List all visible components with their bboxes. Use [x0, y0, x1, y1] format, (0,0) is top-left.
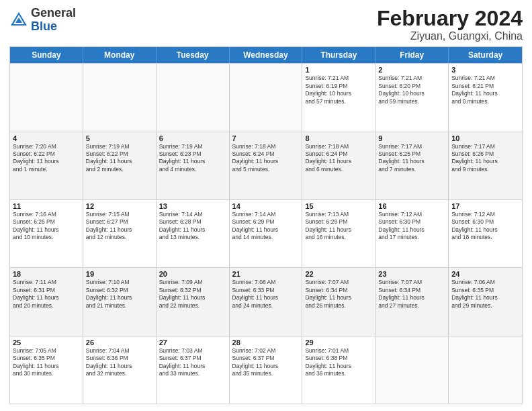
- day-number: 26: [86, 338, 153, 347]
- cal-cell-4-1: 26Sunrise: 7:04 AM Sunset: 6:36 PM Dayli…: [83, 336, 157, 404]
- day-number: 28: [232, 338, 300, 347]
- page: General Blue February 2024 Ziyuan, Guang…: [0, 0, 532, 411]
- cal-cell-4-6: [449, 336, 522, 404]
- cal-cell-4-0: 25Sunrise: 7:05 AM Sunset: 6:35 PM Dayli…: [10, 336, 83, 404]
- month-year: February 2024: [377, 7, 523, 30]
- cell-info-text: Sunrise: 7:18 AM Sunset: 6:24 PM Dayligh…: [305, 143, 372, 174]
- cell-info-text: Sunrise: 7:21 AM Sunset: 6:21 PM Dayligh…: [451, 75, 519, 105]
- logo: General Blue: [9, 7, 76, 34]
- cell-info-text: Sunrise: 7:07 AM Sunset: 6:34 PM Dayligh…: [378, 279, 445, 310]
- cell-info-text: Sunrise: 7:07 AM Sunset: 6:34 PM Dayligh…: [305, 279, 372, 310]
- day-number: 23: [378, 270, 445, 278]
- cal-cell-3-4: 22Sunrise: 7:07 AM Sunset: 6:34 PM Dayli…: [302, 268, 375, 335]
- calendar-row-2: 11Sunrise: 7:16 AM Sunset: 6:26 PM Dayli…: [10, 199, 522, 267]
- day-number: 12: [86, 202, 153, 210]
- cell-info-text: Sunrise: 7:12 AM Sunset: 6:30 PM Dayligh…: [451, 211, 519, 242]
- cal-cell-2-1: 12Sunrise: 7:15 AM Sunset: 6:27 PM Dayli…: [83, 200, 157, 267]
- cal-cell-4-3: 28Sunrise: 7:02 AM Sunset: 6:37 PM Dayli…: [230, 336, 303, 404]
- cal-cell-2-6: 17Sunrise: 7:12 AM Sunset: 6:30 PM Dayli…: [449, 200, 522, 267]
- calendar-row-3: 18Sunrise: 7:11 AM Sunset: 6:31 PM Dayli…: [10, 267, 522, 335]
- cal-cell-1-6: 10Sunrise: 7:17 AM Sunset: 6:26 PM Dayli…: [449, 132, 522, 199]
- day-number: 21: [232, 270, 300, 278]
- cal-cell-0-5: 2Sunrise: 7:21 AM Sunset: 6:20 PM Daylig…: [375, 64, 449, 131]
- day-number: 11: [13, 202, 80, 210]
- cal-cell-3-3: 21Sunrise: 7:08 AM Sunset: 6:33 PM Dayli…: [230, 268, 303, 335]
- cell-info-text: Sunrise: 7:18 AM Sunset: 6:24 PM Dayligh…: [232, 143, 300, 174]
- cal-cell-0-6: 3Sunrise: 7:21 AM Sunset: 6:21 PM Daylig…: [449, 64, 522, 131]
- calendar-header: SundayMondayTuesdayWednesdayThursdayFrid…: [10, 47, 522, 63]
- cal-cell-3-1: 19Sunrise: 7:10 AM Sunset: 6:32 PM Dayli…: [83, 268, 157, 335]
- cal-cell-2-0: 11Sunrise: 7:16 AM Sunset: 6:26 PM Dayli…: [10, 200, 83, 267]
- cal-cell-1-1: 5Sunrise: 7:19 AM Sunset: 6:22 PM Daylig…: [83, 132, 157, 199]
- cal-cell-4-5: [375, 336, 449, 404]
- cal-cell-2-4: 15Sunrise: 7:13 AM Sunset: 6:29 PM Dayli…: [302, 200, 375, 267]
- day-of-week-friday: Friday: [375, 47, 449, 63]
- cal-cell-0-4: 1Sunrise: 7:21 AM Sunset: 6:19 PM Daylig…: [302, 64, 375, 131]
- day-number: 7: [232, 134, 300, 142]
- calendar-row-0: 1Sunrise: 7:21 AM Sunset: 6:19 PM Daylig…: [10, 63, 522, 131]
- cell-info-text: Sunrise: 7:20 AM Sunset: 6:22 PM Dayligh…: [13, 143, 80, 174]
- day-number: 4: [13, 134, 80, 142]
- location: Ziyuan, Guangxi, China: [377, 30, 523, 42]
- cell-info-text: Sunrise: 7:17 AM Sunset: 6:26 PM Dayligh…: [451, 143, 519, 174]
- logo-blue-text: Blue: [31, 19, 57, 33]
- cell-info-text: Sunrise: 7:04 AM Sunset: 6:36 PM Dayligh…: [86, 347, 153, 378]
- day-number: 24: [451, 270, 519, 278]
- cal-cell-0-3: [230, 64, 303, 131]
- day-number: 6: [159, 134, 226, 142]
- day-number: 22: [305, 270, 372, 278]
- cell-info-text: Sunrise: 7:02 AM Sunset: 6:37 PM Dayligh…: [232, 347, 300, 378]
- cal-cell-0-0: [10, 64, 83, 131]
- day-of-week-thursday: Thursday: [302, 47, 375, 63]
- calendar: SundayMondayTuesdayWednesdayThursdayFrid…: [9, 46, 523, 404]
- cal-cell-3-5: 23Sunrise: 7:07 AM Sunset: 6:34 PM Dayli…: [375, 268, 449, 335]
- cell-info-text: Sunrise: 7:21 AM Sunset: 6:19 PM Dayligh…: [305, 75, 372, 105]
- cal-cell-2-2: 13Sunrise: 7:14 AM Sunset: 6:28 PM Dayli…: [157, 200, 230, 267]
- cell-info-text: Sunrise: 7:08 AM Sunset: 6:33 PM Dayligh…: [232, 279, 300, 310]
- cell-info-text: Sunrise: 7:06 AM Sunset: 6:35 PM Dayligh…: [451, 279, 519, 310]
- day-number: 10: [451, 134, 519, 142]
- title-block: February 2024 Ziyuan, Guangxi, China: [377, 7, 523, 42]
- cal-cell-1-0: 4Sunrise: 7:20 AM Sunset: 6:22 PM Daylig…: [10, 132, 83, 199]
- cell-info-text: Sunrise: 7:15 AM Sunset: 6:27 PM Dayligh…: [86, 211, 153, 242]
- day-of-week-sunday: Sunday: [10, 47, 83, 63]
- cal-cell-1-3: 7Sunrise: 7:18 AM Sunset: 6:24 PM Daylig…: [230, 132, 303, 199]
- cal-cell-3-2: 20Sunrise: 7:09 AM Sunset: 6:32 PM Dayli…: [157, 268, 230, 335]
- cell-info-text: Sunrise: 7:17 AM Sunset: 6:25 PM Dayligh…: [378, 143, 445, 174]
- day-of-week-wednesday: Wednesday: [230, 47, 303, 63]
- cal-cell-4-4: 29Sunrise: 7:01 AM Sunset: 6:38 PM Dayli…: [302, 336, 375, 404]
- calendar-row-1: 4Sunrise: 7:20 AM Sunset: 6:22 PM Daylig…: [10, 132, 522, 199]
- cell-info-text: Sunrise: 7:14 AM Sunset: 6:29 PM Dayligh…: [232, 211, 300, 242]
- calendar-body: 1Sunrise: 7:21 AM Sunset: 6:19 PM Daylig…: [10, 63, 522, 404]
- day-number: 17: [451, 202, 519, 210]
- cal-cell-2-3: 14Sunrise: 7:14 AM Sunset: 6:29 PM Dayli…: [230, 200, 303, 267]
- cal-cell-0-2: [157, 64, 230, 131]
- day-number: 8: [305, 134, 372, 142]
- cell-info-text: Sunrise: 7:03 AM Sunset: 6:37 PM Dayligh…: [159, 347, 226, 378]
- cell-info-text: Sunrise: 7:14 AM Sunset: 6:28 PM Dayligh…: [159, 211, 226, 242]
- cell-info-text: Sunrise: 7:19 AM Sunset: 6:23 PM Dayligh…: [159, 143, 226, 174]
- cell-info-text: Sunrise: 7:16 AM Sunset: 6:26 PM Dayligh…: [13, 211, 80, 242]
- day-of-week-monday: Monday: [83, 47, 157, 63]
- day-number: 3: [451, 66, 519, 74]
- cell-info-text: Sunrise: 7:05 AM Sunset: 6:35 PM Dayligh…: [13, 347, 80, 378]
- cal-cell-0-1: [83, 64, 157, 131]
- cell-info-text: Sunrise: 7:12 AM Sunset: 6:30 PM Dayligh…: [378, 211, 445, 242]
- cal-cell-3-6: 24Sunrise: 7:06 AM Sunset: 6:35 PM Dayli…: [449, 268, 522, 335]
- header: General Blue February 2024 Ziyuan, Guang…: [9, 7, 523, 42]
- logo-general-text: General: [31, 6, 76, 19]
- day-number: 25: [13, 338, 80, 347]
- day-number: 18: [13, 270, 80, 278]
- cell-info-text: Sunrise: 7:19 AM Sunset: 6:22 PM Dayligh…: [86, 143, 153, 174]
- day-of-week-saturday: Saturday: [449, 47, 522, 63]
- day-number: 16: [378, 202, 445, 210]
- day-number: 27: [159, 338, 226, 347]
- day-number: 20: [159, 270, 226, 278]
- day-of-week-tuesday: Tuesday: [157, 47, 230, 63]
- day-number: 29: [305, 338, 372, 347]
- cal-cell-3-0: 18Sunrise: 7:11 AM Sunset: 6:31 PM Dayli…: [10, 268, 83, 335]
- cell-info-text: Sunrise: 7:09 AM Sunset: 6:32 PM Dayligh…: [159, 279, 226, 310]
- calendar-row-4: 25Sunrise: 7:05 AM Sunset: 6:35 PM Dayli…: [10, 336, 522, 404]
- cell-info-text: Sunrise: 7:11 AM Sunset: 6:31 PM Dayligh…: [13, 279, 80, 310]
- logo-icon: [9, 11, 28, 30]
